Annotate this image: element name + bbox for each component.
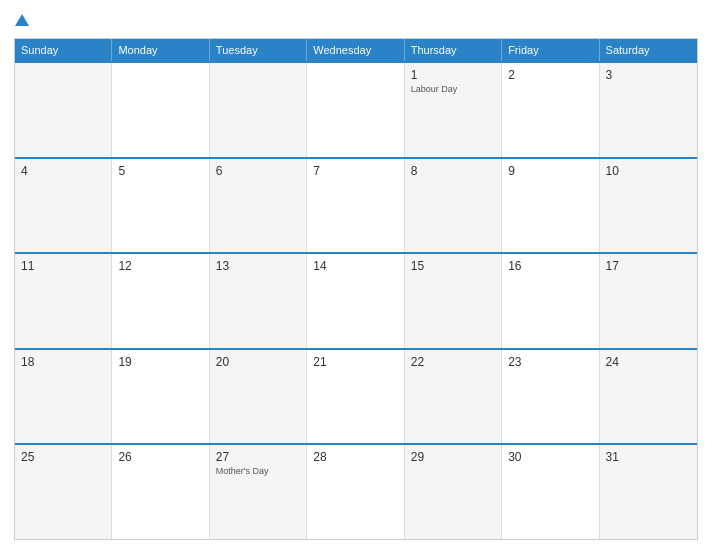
day-number: 17 bbox=[606, 259, 691, 273]
day-number: 23 bbox=[508, 355, 592, 369]
calendar-cell: 5 bbox=[112, 159, 209, 253]
calendar-cell: 25 bbox=[15, 445, 112, 539]
calendar-cell: 16 bbox=[502, 254, 599, 348]
calendar-cell: 19 bbox=[112, 350, 209, 444]
calendar-cell: 11 bbox=[15, 254, 112, 348]
day-number: 25 bbox=[21, 450, 105, 464]
holiday-label: Mother's Day bbox=[216, 466, 300, 477]
calendar-cell: 13 bbox=[210, 254, 307, 348]
calendar-cell: 20 bbox=[210, 350, 307, 444]
day-number: 13 bbox=[216, 259, 300, 273]
day-number: 9 bbox=[508, 164, 592, 178]
day-number: 28 bbox=[313, 450, 397, 464]
day-number: 31 bbox=[606, 450, 691, 464]
day-number: 4 bbox=[21, 164, 105, 178]
calendar-cell: 14 bbox=[307, 254, 404, 348]
day-number: 12 bbox=[118, 259, 202, 273]
day-of-week-header: Tuesday bbox=[210, 39, 307, 61]
day-number: 7 bbox=[313, 164, 397, 178]
day-of-week-header: Thursday bbox=[405, 39, 502, 61]
calendar-header: SundayMondayTuesdayWednesdayThursdayFrid… bbox=[15, 39, 697, 61]
calendar-cell: 6 bbox=[210, 159, 307, 253]
day-number: 15 bbox=[411, 259, 495, 273]
calendar-week-row: 1Labour Day23 bbox=[15, 61, 697, 157]
calendar-cell: 15 bbox=[405, 254, 502, 348]
calendar-week-row: 252627Mother's Day28293031 bbox=[15, 443, 697, 539]
day-number: 3 bbox=[606, 68, 691, 82]
calendar-cell bbox=[112, 63, 209, 157]
day-number: 26 bbox=[118, 450, 202, 464]
calendar-cell: 10 bbox=[600, 159, 697, 253]
day-of-week-header: Friday bbox=[502, 39, 599, 61]
calendar-week-row: 11121314151617 bbox=[15, 252, 697, 348]
calendar-cell: 27Mother's Day bbox=[210, 445, 307, 539]
day-number: 27 bbox=[216, 450, 300, 464]
day-number: 18 bbox=[21, 355, 105, 369]
header bbox=[14, 10, 698, 32]
day-number: 29 bbox=[411, 450, 495, 464]
calendar-cell: 12 bbox=[112, 254, 209, 348]
day-number: 5 bbox=[118, 164, 202, 178]
calendar-cell: 3 bbox=[600, 63, 697, 157]
day-number: 30 bbox=[508, 450, 592, 464]
calendar-cell: 4 bbox=[15, 159, 112, 253]
day-number: 22 bbox=[411, 355, 495, 369]
calendar-cell: 24 bbox=[600, 350, 697, 444]
holiday-label: Labour Day bbox=[411, 84, 495, 95]
day-number: 16 bbox=[508, 259, 592, 273]
day-number: 20 bbox=[216, 355, 300, 369]
calendar-cell: 18 bbox=[15, 350, 112, 444]
calendar-cell bbox=[210, 63, 307, 157]
day-number: 8 bbox=[411, 164, 495, 178]
day-of-week-header: Saturday bbox=[600, 39, 697, 61]
page: SundayMondayTuesdayWednesdayThursdayFrid… bbox=[0, 0, 712, 550]
calendar-body: 1Labour Day23456789101112131415161718192… bbox=[15, 61, 697, 539]
day-number: 10 bbox=[606, 164, 691, 178]
day-number: 19 bbox=[118, 355, 202, 369]
day-number: 24 bbox=[606, 355, 691, 369]
day-of-week-header: Monday bbox=[112, 39, 209, 61]
calendar-cell: 28 bbox=[307, 445, 404, 539]
day-of-week-header: Sunday bbox=[15, 39, 112, 61]
calendar-cell: 26 bbox=[112, 445, 209, 539]
calendar-cell: 22 bbox=[405, 350, 502, 444]
calendar-week-row: 18192021222324 bbox=[15, 348, 697, 444]
day-number: 1 bbox=[411, 68, 495, 82]
calendar-cell: 31 bbox=[600, 445, 697, 539]
calendar-cell: 29 bbox=[405, 445, 502, 539]
calendar-cell bbox=[15, 63, 112, 157]
calendar-cell: 1Labour Day bbox=[405, 63, 502, 157]
calendar-cell: 23 bbox=[502, 350, 599, 444]
day-number: 6 bbox=[216, 164, 300, 178]
calendar-cell: 2 bbox=[502, 63, 599, 157]
calendar-week-row: 45678910 bbox=[15, 157, 697, 253]
calendar-cell bbox=[307, 63, 404, 157]
logo bbox=[14, 14, 29, 28]
day-number: 11 bbox=[21, 259, 105, 273]
logo-triangle-icon bbox=[15, 14, 29, 26]
calendar: SundayMondayTuesdayWednesdayThursdayFrid… bbox=[14, 38, 698, 540]
day-number: 14 bbox=[313, 259, 397, 273]
day-of-week-header: Wednesday bbox=[307, 39, 404, 61]
calendar-cell: 30 bbox=[502, 445, 599, 539]
calendar-cell: 9 bbox=[502, 159, 599, 253]
calendar-cell: 8 bbox=[405, 159, 502, 253]
calendar-cell: 17 bbox=[600, 254, 697, 348]
calendar-cell: 21 bbox=[307, 350, 404, 444]
day-number: 2 bbox=[508, 68, 592, 82]
calendar-cell: 7 bbox=[307, 159, 404, 253]
day-number: 21 bbox=[313, 355, 397, 369]
